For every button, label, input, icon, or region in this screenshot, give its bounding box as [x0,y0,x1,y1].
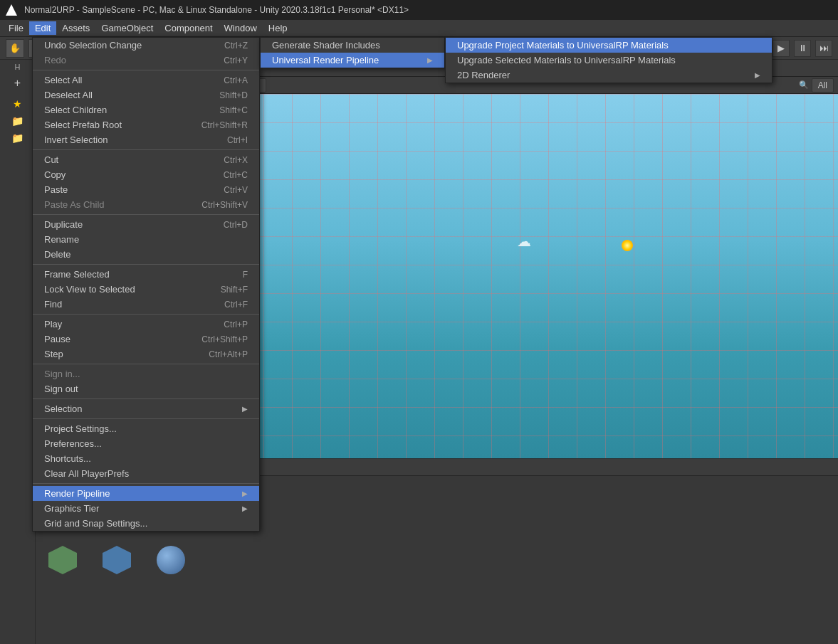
folder2-icon[interactable]: 📁 [0,130,35,147]
menu-window[interactable]: Window [219,21,263,35]
play-button[interactable]: ▶ [772,40,790,57]
menu-gameobject[interactable]: GameObject [95,21,159,35]
find-label: Find [44,299,62,310]
asset-package-blue[interactable] [95,539,138,581]
menu-copy[interactable]: Copy Ctrl+C [33,167,259,182]
menu-selection[interactable]: Selection ▶ [33,401,259,416]
menu-redo: Redo Ctrl+Y [33,53,259,68]
project-settings-label: Project Settings... [44,423,117,434]
left-panel: H + ★ 📁 📁 [0,60,36,644]
select-children-label: Select Children [44,105,107,115]
cloud-object [517,233,531,250]
grid-snap-label: Grid and Snap Settings... [44,518,147,529]
redo-label: Redo [44,55,66,65]
invert-selection-shortcut: Ctrl+I [227,135,248,145]
select-all-label: Select All [44,75,82,85]
select-prefab-root-shortcut: Ctrl+Shift+R [201,120,248,130]
menu-2d-renderer[interactable]: 2D Renderer ▶ [446,68,772,83]
folder-icon[interactable]: 📁 [0,112,35,130]
cut-label: Cut [44,154,58,165]
upgrade-selected-materials-label: Upgrade Selected Materials to UniversalR… [457,55,676,65]
menu-graphics-tier[interactable]: Graphics Tier ▶ [33,501,259,516]
menu-shortcuts[interactable]: Shortcuts... [33,451,259,466]
title-bar: Normal2URP - SampleScene - PC, Mac & Lin… [0,0,838,20]
menu-find[interactable]: Find Ctrl+F [33,297,259,312]
menu-help[interactable]: Help [263,21,293,35]
sign-in-label: Sign in... [44,369,80,379]
menu-universal-render-pipeline[interactable]: Universal Render Pipeline ▶ [261,53,444,68]
sign-out-label: Sign out [44,384,78,394]
menu-edit[interactable]: Edit [29,21,56,35]
add-button[interactable]: + [0,74,35,93]
menu-upgrade-project-materials[interactable]: Upgrade Project Materials to UniversalRP… [446,38,772,53]
menu-pause[interactable]: Pause Ctrl+Shift+P [33,332,259,347]
sun-object [622,240,633,251]
sep9 [33,483,259,484]
menu-generate-shader-includes[interactable]: Generate Shader Includes [261,38,444,53]
frame-selected-label: Frame Selected [44,269,110,280]
render-pipeline-submenu: Generate Shader Includes Universal Rende… [260,37,445,68]
sep4 [33,264,259,265]
selection-arrow: ▶ [242,405,248,413]
package-blue-icon [103,546,131,574]
hand-tool[interactable]: ✋ [6,39,24,58]
cut-shortcut: Ctrl+X [224,155,248,165]
menu-upgrade-selected-materials[interactable]: Upgrade Selected Materials to UniversalR… [446,53,772,68]
hierarchy-label: H [0,60,35,74]
menu-step[interactable]: Step Ctrl+Alt+P [33,347,259,361]
menu-clear-playerprefs[interactable]: Clear All PlayerPrefs [33,466,259,481]
step-button[interactable]: ⏭ [815,40,832,57]
menu-play[interactable]: Play Ctrl+P [33,317,259,332]
edit-dropdown: Undo Selection Change Ctrl+Z Redo Ctrl+Y… [32,37,260,532]
select-all-shortcut: Ctrl+A [224,75,248,85]
sep5 [33,314,259,315]
select-prefab-root-label: Select Prefab Root [44,120,122,130]
graphics-tier-arrow: ▶ [242,505,248,512]
asset-sphere[interactable] [150,539,192,581]
render-pipeline-label: Render Pipeline [44,488,110,499]
menu-invert-selection[interactable]: Invert Selection Ctrl+I [33,132,259,147]
menu-component[interactable]: Component [159,21,218,35]
menu-grid-snap[interactable]: Grid and Snap Settings... [33,516,259,531]
star-button[interactable]: ★ [0,95,35,112]
invert-selection-label: Invert Selection [44,134,108,145]
menu-cut[interactable]: Cut Ctrl+X [33,152,259,167]
menu-render-pipeline[interactable]: Render Pipeline ▶ [33,486,259,501]
menu-undo[interactable]: Undo Selection Change Ctrl+Z [33,38,259,53]
lock-view-label: Lock View to Selected [44,284,135,295]
menu-select-children[interactable]: Select Children Shift+C [33,102,259,117]
step-shortcut: Ctrl+Alt+P [209,349,248,359]
clear-playerprefs-label: Clear All PlayerPrefs [44,468,129,479]
all-dropdown[interactable]: All [812,78,834,93]
menu-paste[interactable]: Paste Ctrl+V [33,182,259,197]
pause-button[interactable]: ⏸ [794,40,811,57]
asset-package-green[interactable] [41,539,84,581]
sep1 [33,70,259,70]
generate-shader-includes-label: Generate Shader Includes [272,40,380,51]
menu-frame-selected[interactable]: Frame Selected F [33,267,259,282]
deselect-all-shortcut: Shift+D [219,90,248,100]
menu-lock-view[interactable]: Lock View to Selected Shift+F [33,282,259,297]
menu-assets[interactable]: Assets [56,21,95,35]
selection-label: Selection [44,403,82,414]
sep3 [33,214,259,215]
menu-sign-out[interactable]: Sign out [33,381,259,396]
lock-view-shortcut: Shift+F [221,285,248,295]
urp-submenu: Upgrade Project Materials to UniversalRP… [445,37,772,83]
menu-delete[interactable]: Delete [33,247,259,262]
unity-logo [6,4,17,16]
graphics-tier-label: Graphics Tier [44,503,99,514]
menu-select-prefab-root[interactable]: Select Prefab Root Ctrl+Shift+R [33,117,259,132]
menu-file[interactable]: File [3,21,29,35]
menu-rename[interactable]: Rename [33,232,259,247]
menu-select-all[interactable]: Select All Ctrl+A [33,73,259,88]
paste-as-child-label: Paste As Child [44,199,105,210]
find-shortcut: Ctrl+F [224,300,248,310]
shortcuts-label: Shortcuts... [44,453,91,464]
menu-project-settings[interactable]: Project Settings... [33,421,259,436]
paste-label: Paste [44,184,68,195]
menu-preferences[interactable]: Preferences... [33,436,259,451]
menu-duplicate[interactable]: Duplicate Ctrl+D [33,217,259,232]
menu-sign-in: Sign in... [33,366,259,381]
menu-deselect-all[interactable]: Deselect All Shift+D [33,88,259,102]
